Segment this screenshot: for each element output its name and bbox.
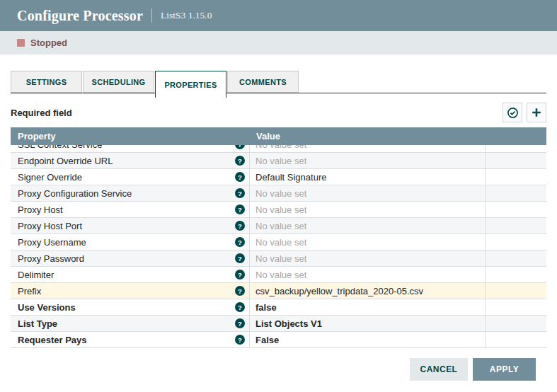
property-value-cell[interactable]: False <box>250 332 486 347</box>
add-property-button[interactable] <box>527 103 546 122</box>
property-name: Delimiter <box>18 270 54 280</box>
property-value: csv_backup/yellow_tripdata_2020-05.csv <box>255 286 423 296</box>
status-label: Stopped <box>30 38 67 48</box>
property-row[interactable]: Proxy Host ? No value set <box>11 202 546 218</box>
help-icon[interactable]: ? <box>235 204 245 214</box>
tab-label: SCHEDULING <box>91 78 145 86</box>
property-value-cell[interactable]: No value set <box>250 250 486 266</box>
property-name: Proxy Password <box>18 253 84 264</box>
property-row[interactable]: Use Versions ? false <box>11 299 546 316</box>
row-gutter <box>486 145 546 152</box>
property-row[interactable]: Proxy Host Port ? No value set <box>11 218 546 234</box>
property-name: List Type <box>18 318 57 329</box>
property-value: List Objects V1 <box>255 318 322 329</box>
tab-properties[interactable]: PROPERTIES <box>155 71 226 98</box>
property-value: No value set <box>255 145 306 150</box>
property-value: No value set <box>255 221 306 231</box>
row-gutter <box>486 218 546 234</box>
property-name: Proxy Configuration Service <box>18 188 132 199</box>
property-value-cell[interactable]: false <box>250 299 486 315</box>
property-value: No value set <box>255 253 306 264</box>
column-header-value: Value <box>250 131 280 142</box>
help-icon[interactable]: ? <box>235 172 245 182</box>
cancel-button[interactable]: CANCEL <box>410 358 468 381</box>
help-icon[interactable]: ? <box>235 318 245 328</box>
help-icon[interactable]: ? <box>235 253 245 263</box>
property-value-cell[interactable]: No value set <box>250 267 486 282</box>
property-row[interactable]: Proxy Username ? No value set <box>11 234 546 250</box>
property-row[interactable]: SSL Context Service ? No value set <box>11 145 546 153</box>
property-name-cell: Prefix ? <box>11 283 250 299</box>
property-value-cell[interactable]: No value set <box>250 145 486 152</box>
help-icon[interactable]: ? <box>235 302 245 312</box>
property-value-cell[interactable]: Default Signature <box>250 169 486 185</box>
properties-table-header: Property Value <box>11 127 546 145</box>
row-gutter <box>486 267 546 282</box>
row-gutter <box>486 169 546 185</box>
row-gutter <box>486 299 546 315</box>
property-row[interactable]: Delimiter ? No value set <box>11 267 546 283</box>
dialog-footer: CANCEL APPLY <box>11 358 546 381</box>
tabs: SETTINGS SCHEDULING PROPERTIES COMMENTS <box>11 71 546 98</box>
property-value-cell[interactable]: No value set <box>250 185 486 201</box>
tab-label: PROPERTIES <box>164 81 217 89</box>
help-icon[interactable]: ? <box>235 335 245 345</box>
row-gutter <box>486 234 546 250</box>
property-value-cell[interactable]: No value set <box>250 234 486 250</box>
help-icon[interactable]: ? <box>235 156 245 166</box>
plus-icon <box>531 107 542 118</box>
property-name-cell: Use Versions ? <box>11 299 250 315</box>
property-name: Proxy Username <box>18 237 86 248</box>
verify-properties-button[interactable] <box>503 103 522 122</box>
tab-comments[interactable]: COMMENTS <box>227 71 299 93</box>
row-gutter <box>486 202 546 217</box>
check-circle-icon <box>507 107 519 119</box>
property-name-cell: Proxy Configuration Service ? <box>11 185 250 201</box>
required-field-label: Required field <box>11 108 72 118</box>
property-value: No value set <box>255 188 306 199</box>
property-row[interactable]: Proxy Password ? No value set <box>11 250 546 267</box>
tab-label: SETTINGS <box>26 78 67 86</box>
property-name: SSL Context Service <box>18 145 102 150</box>
properties-table-body[interactable]: SSL Context Service ? No value set Endpo… <box>11 145 546 348</box>
property-row[interactable]: List Type ? List Objects V1 <box>11 316 546 332</box>
tab-scheduling[interactable]: SCHEDULING <box>83 71 154 93</box>
property-value-cell[interactable]: csv_backup/yellow_tripdata_2020-05.csv <box>250 283 486 299</box>
property-name: Use Versions <box>18 302 76 313</box>
apply-button[interactable]: APPLY <box>473 358 536 381</box>
row-gutter <box>486 316 546 331</box>
property-name: Signer Override <box>18 172 82 183</box>
property-name-cell: Proxy Username ? <box>11 234 250 250</box>
help-icon[interactable]: ? <box>235 237 245 247</box>
row-gutter <box>486 332 546 347</box>
help-icon[interactable]: ? <box>235 270 245 279</box>
stopped-icon <box>17 39 25 47</box>
property-value: false <box>255 302 277 313</box>
row-gutter <box>486 250 546 266</box>
tab-settings[interactable]: SETTINGS <box>11 71 82 93</box>
property-value: No value set <box>255 156 306 166</box>
property-row[interactable]: Prefix ? csv_backup/yellow_tripdata_2020… <box>11 283 546 299</box>
property-row[interactable]: Proxy Configuration Service ? No value s… <box>11 185 546 202</box>
property-value: No value set <box>255 270 306 280</box>
property-name: Endpoint Override URL <box>18 156 113 166</box>
help-icon[interactable]: ? <box>235 145 245 149</box>
property-value: False <box>255 335 279 345</box>
property-row[interactable]: Endpoint Override URL ? No value set <box>11 153 546 169</box>
help-icon[interactable]: ? <box>235 286 245 296</box>
properties-table: Property Value SSL Context Service ? No … <box>11 127 546 348</box>
property-value-cell[interactable]: No value set <box>250 153 486 168</box>
property-value-cell[interactable]: List Objects V1 <box>250 316 486 331</box>
property-value-cell[interactable]: No value set <box>250 202 486 217</box>
dialog-header: Configure Processor ListS3 1.15.0 <box>0 0 557 31</box>
title-separator <box>151 8 152 23</box>
property-name: Prefix <box>18 286 41 296</box>
help-icon[interactable]: ? <box>235 188 245 198</box>
property-value-cell[interactable]: No value set <box>250 218 486 234</box>
row-gutter <box>486 283 546 299</box>
table-toolbar: Required field <box>11 102 546 123</box>
property-row[interactable]: Requester Pays ? False <box>11 332 546 348</box>
property-row[interactable]: Signer Override ? Default Signature <box>11 169 546 185</box>
help-icon[interactable]: ? <box>235 221 245 231</box>
tab-strip: SETTINGS SCHEDULING PROPERTIES COMMENTS <box>11 71 546 98</box>
